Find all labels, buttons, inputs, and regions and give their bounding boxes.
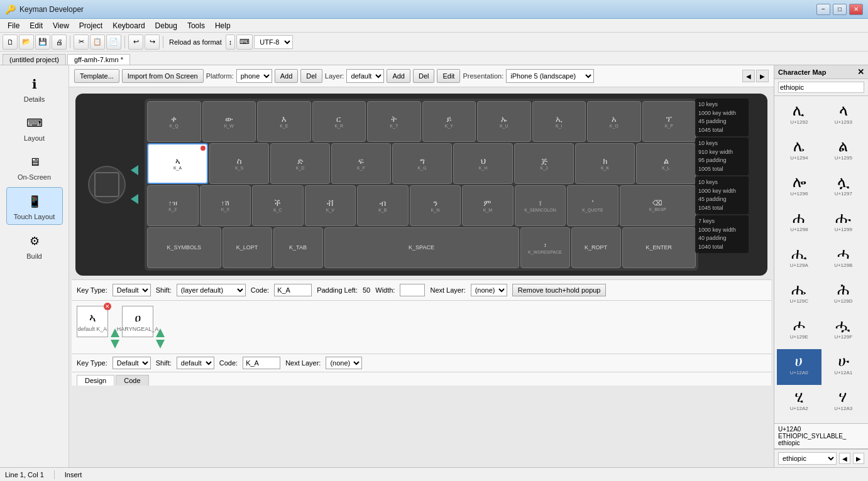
char-cell-13[interactable]: ሗ U+129F (821, 313, 866, 349)
platform-add-button[interactable]: Add (275, 69, 299, 83)
undo-button[interactable]: ↩ (128, 35, 143, 50)
key-symbols[interactable]: K_SYMBOLS (147, 227, 221, 268)
redo-button[interactable]: ↪ (145, 35, 160, 50)
key-quote[interactable]: 'K_QUOTE (567, 185, 618, 226)
char-map-close-button[interactable]: ✕ (857, 67, 864, 77)
save-button[interactable]: 💾 (35, 35, 50, 50)
char-cell-14[interactable]: ሀ U+12A0 (777, 349, 821, 385)
layer-del-button[interactable]: Del (413, 69, 435, 83)
nav-forward-button[interactable]: ▶ (756, 70, 769, 82)
char-cell-5[interactable]: ሏ U+1297 (821, 170, 866, 206)
key-G[interactable]: ግK_G (392, 143, 452, 184)
tab-file[interactable]: gff-amh-7.kmn * (67, 54, 130, 65)
char-cell-7[interactable]: ሑ U+1299 (821, 206, 866, 242)
key-Z[interactable]: ↑ዝK_Z (147, 185, 199, 226)
touchhold-key-0[interactable]: ✕ ኣ default K_A (77, 306, 108, 337)
key-X[interactable]: ↑ሽK_X (200, 185, 251, 226)
print-button[interactable]: 🖨 (52, 35, 67, 50)
key-D[interactable]: ድK_D (270, 143, 330, 184)
key-J[interactable]: ጅK_J (514, 143, 574, 184)
key-W[interactable]: ውK_W (202, 101, 256, 142)
key-semicolon[interactable]: ፣K_SEMICOLON (515, 185, 566, 226)
paste-button[interactable]: 📄 (106, 35, 121, 50)
code-input-2[interactable] (243, 357, 280, 369)
key-T[interactable]: ትK_T (367, 101, 421, 142)
sidebar-item-touchlayout[interactable]: 📱 Touch Layout (6, 187, 63, 225)
remove-touchhold-button[interactable]: Remove touch+hold popup (512, 284, 607, 296)
menu-keyboard[interactable]: Keyboard (107, 20, 150, 31)
arrow-down-btn[interactable] (111, 340, 119, 349)
key-U[interactable]: ኡK_U (477, 101, 531, 142)
encoding-select[interactable]: UTF-8 (254, 35, 293, 49)
key-N[interactable]: ንK_N (410, 185, 461, 226)
tab-design[interactable]: Design (77, 375, 114, 386)
key-type-select[interactable]: Default (113, 284, 151, 296)
sidebar-item-details[interactable]: ℹ Details (6, 70, 63, 107)
key-R[interactable]: ርK_R (312, 101, 366, 142)
presentation-select[interactable]: iPhone 5 (landscape) (506, 69, 594, 83)
copy-button[interactable]: 📋 (90, 35, 105, 50)
key-C[interactable]: ችK_C (252, 185, 304, 226)
char-nav-next[interactable]: ▶ (853, 453, 864, 464)
char-script-select[interactable]: ethiopic (778, 452, 837, 465)
platform-select[interactable]: phone tablet (236, 69, 272, 83)
layer-edit-button[interactable]: Edit (437, 69, 460, 83)
arrow-down-btn-2[interactable] (156, 340, 165, 349)
key-L[interactable]: ልK_L (636, 143, 696, 184)
char-cell-0[interactable]: ሊ U+1292 (777, 99, 821, 134)
minimize-button[interactable]: − (816, 4, 830, 15)
char-cell-4[interactable]: ሎ U+1296 (777, 170, 821, 206)
template-button[interactable]: Template... (74, 69, 119, 83)
nav-back-button[interactable]: ◀ (742, 70, 755, 82)
char-cell-6[interactable]: ሐ U+1298 (777, 206, 821, 242)
tab-project[interactable]: (untitled project) (3, 54, 66, 65)
key-tab[interactable]: K_TAB (273, 227, 323, 268)
maximize-button[interactable]: □ (833, 4, 847, 15)
cut-button[interactable]: ✂ (74, 35, 89, 50)
menu-tools[interactable]: Tools (182, 20, 210, 31)
char-cell-9[interactable]: ሓ U+129B (821, 242, 866, 278)
layer-select[interactable]: default (346, 69, 384, 83)
key-ropt[interactable]: K_ROPT (571, 227, 621, 268)
key-E[interactable]: እK_E (257, 101, 311, 142)
open-button[interactable]: 📂 (19, 35, 34, 50)
touchhold-key-1[interactable]: ዐ HARYNGEAL_A (122, 306, 153, 337)
sidebar-item-build[interactable]: ⚙ Build (6, 227, 63, 264)
key-A[interactable]: ኣK_A (147, 143, 208, 184)
key-enter[interactable]: K_ENTER (622, 227, 696, 268)
char-cell-2[interactable]: ሌ U+1294 (777, 134, 821, 170)
key-bksp[interactable]: ⌫K_BKSP (620, 185, 696, 226)
char-cell-11[interactable]: ሕ U+129D (821, 278, 866, 313)
key-B[interactable]: ብK_B (357, 185, 409, 226)
char-cell-8[interactable]: ሒ U+129A (777, 242, 821, 278)
key-V[interactable]: ቭK_V (305, 185, 356, 226)
key-Q[interactable]: ቀK_Q (147, 101, 201, 142)
char-map-filter-input[interactable] (778, 82, 864, 93)
char-cell-12[interactable]: ሖ U+129E (777, 313, 821, 349)
shift-select-2[interactable]: default (177, 357, 214, 369)
menu-project[interactable]: Project (74, 20, 107, 31)
close-button[interactable]: ✕ (849, 4, 863, 15)
key-S[interactable]: ስK_S (209, 143, 269, 184)
char-cell-10[interactable]: ሔ U+129C (777, 278, 821, 313)
reload-button[interactable]: ↕ (226, 35, 236, 50)
key-type-select-2[interactable]: Default (113, 357, 151, 369)
arrow-down[interactable] (131, 194, 138, 204)
next-layer-select-2[interactable]: (none) (326, 357, 362, 369)
import-button[interactable]: Import from On Screen (122, 69, 204, 83)
width-input[interactable] (400, 284, 425, 296)
platform-del-button[interactable]: Del (300, 69, 322, 83)
key-lopt[interactable]: K_LOPT (222, 227, 272, 268)
touchhold-del-0[interactable]: ✕ (104, 303, 111, 310)
char-nav-prev[interactable]: ◀ (839, 453, 850, 464)
char-cell-16[interactable]: ሂ U+12A2 (777, 385, 821, 421)
sidebar-item-layout[interactable]: ⌨ Layout (6, 109, 63, 146)
menu-file[interactable]: File (3, 20, 25, 31)
code-input[interactable] (274, 284, 312, 296)
char-cell-17[interactable]: ሃ U+12A3 (821, 385, 866, 421)
menu-help[interactable]: Help (210, 20, 236, 31)
key-F[interactable]: ፍK_F (331, 143, 391, 184)
char-cell-15[interactable]: ሁ U+12A1 (821, 349, 866, 385)
next-layer-select[interactable]: (none) (471, 284, 507, 296)
key-space[interactable]: K_SPACE (324, 227, 519, 268)
